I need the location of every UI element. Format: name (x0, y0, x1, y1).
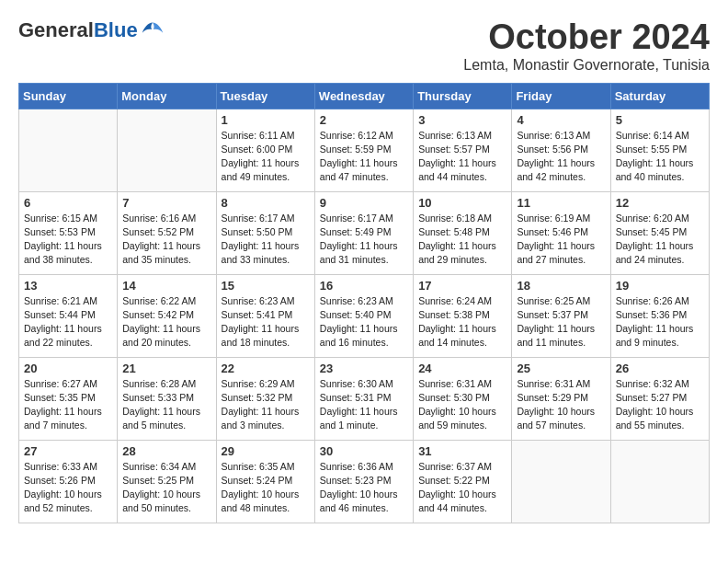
calendar-day-cell (19, 109, 118, 191)
cell-info: Sunrise: 6:19 AMSunset: 5:46 PMDaylight:… (517, 212, 605, 268)
weekday-header-cell: Friday (512, 83, 610, 109)
day-number: 21 (122, 362, 210, 375)
weekday-header-cell: Sunday (19, 83, 118, 109)
calendar-day-cell: 13Sunrise: 6:21 AMSunset: 5:44 PMDayligh… (19, 274, 118, 357)
calendar-day-cell: 12Sunrise: 6:20 AMSunset: 5:45 PMDayligh… (610, 191, 709, 274)
calendar-day-cell: 29Sunrise: 6:35 AMSunset: 5:24 PMDayligh… (216, 440, 314, 523)
cell-info: Sunrise: 6:18 AMSunset: 5:48 PMDaylight:… (418, 212, 506, 268)
calendar-week-row: 1Sunrise: 6:11 AMSunset: 6:00 PMDaylight… (19, 109, 710, 191)
calendar-week-row: 27Sunrise: 6:33 AMSunset: 5:26 PMDayligh… (19, 440, 710, 523)
cell-info: Sunrise: 6:36 AMSunset: 5:23 PMDaylight:… (320, 460, 408, 516)
calendar-header-row: SundayMondayTuesdayWednesdayThursdayFrid… (19, 83, 710, 109)
day-number: 29 (222, 444, 310, 458)
cell-info: Sunrise: 6:13 AMSunset: 5:57 PMDaylight:… (418, 129, 506, 185)
cell-info: Sunrise: 6:11 AMSunset: 6:00 PMDaylight:… (222, 129, 310, 185)
day-number: 7 (122, 196, 210, 210)
calendar-day-cell: 6Sunrise: 6:15 AMSunset: 5:53 PMDaylight… (19, 191, 118, 274)
cell-info: Sunrise: 6:16 AMSunset: 5:52 PMDaylight:… (122, 212, 210, 268)
calendar-body: 1Sunrise: 6:11 AMSunset: 6:00 PMDaylight… (19, 109, 710, 523)
cell-info: Sunrise: 6:27 AMSunset: 5:35 PMDaylight:… (24, 377, 112, 433)
calendar-day-cell: 17Sunrise: 6:24 AMSunset: 5:38 PMDayligh… (414, 274, 512, 357)
cell-info: Sunrise: 6:15 AMSunset: 5:53 PMDaylight:… (24, 212, 112, 268)
cell-info: Sunrise: 6:31 AMSunset: 5:29 PMDaylight:… (517, 377, 605, 433)
weekday-header-cell: Thursday (414, 83, 512, 109)
calendar-day-cell: 20Sunrise: 6:27 AMSunset: 5:35 PMDayligh… (19, 357, 118, 440)
day-number: 6 (24, 196, 112, 210)
day-number: 20 (24, 362, 112, 375)
logo-bird-icon (140, 20, 165, 40)
cell-info: Sunrise: 6:12 AMSunset: 5:59 PMDaylight:… (320, 129, 408, 185)
logo-blue: Blue (94, 18, 138, 41)
page-header: GeneralBlue October 2024 Lemta, Monastir… (18, 18, 710, 74)
calendar-day-cell: 26Sunrise: 6:32 AMSunset: 5:27 PMDayligh… (610, 357, 709, 440)
calendar-week-row: 6Sunrise: 6:15 AMSunset: 5:53 PMDaylight… (19, 191, 710, 274)
month-title: October 2024 (463, 18, 710, 57)
cell-info: Sunrise: 6:23 AMSunset: 5:41 PMDaylight:… (222, 294, 310, 350)
cell-info: Sunrise: 6:37 AMSunset: 5:22 PMDaylight:… (418, 460, 506, 516)
day-number: 14 (122, 279, 210, 293)
calendar-table: SundayMondayTuesdayWednesdayThursdayFrid… (18, 83, 710, 523)
calendar-day-cell (512, 440, 610, 523)
cell-info: Sunrise: 6:14 AMSunset: 5:55 PMDaylight:… (616, 129, 704, 185)
day-number: 16 (320, 279, 408, 293)
calendar-day-cell: 21Sunrise: 6:28 AMSunset: 5:33 PMDayligh… (118, 357, 216, 440)
logo: GeneralBlue (18, 18, 165, 42)
logo-text: GeneralBlue (18, 18, 138, 42)
cell-info: Sunrise: 6:34 AMSunset: 5:25 PMDaylight:… (122, 460, 210, 516)
day-number: 5 (616, 113, 704, 127)
day-number: 11 (517, 196, 605, 210)
calendar-day-cell: 31Sunrise: 6:37 AMSunset: 5:22 PMDayligh… (414, 440, 512, 523)
day-number: 24 (418, 362, 506, 375)
day-number: 17 (418, 279, 506, 293)
cell-info: Sunrise: 6:17 AMSunset: 5:49 PMDaylight:… (320, 212, 408, 268)
cell-info: Sunrise: 6:20 AMSunset: 5:45 PMDaylight:… (616, 212, 704, 268)
location-title: Lemta, Monastir Governorate, Tunisia (463, 57, 710, 74)
calendar-day-cell: 28Sunrise: 6:34 AMSunset: 5:25 PMDayligh… (118, 440, 216, 523)
calendar-day-cell: 25Sunrise: 6:31 AMSunset: 5:29 PMDayligh… (512, 357, 610, 440)
day-number: 18 (517, 279, 605, 293)
calendar-day-cell: 11Sunrise: 6:19 AMSunset: 5:46 PMDayligh… (512, 191, 610, 274)
day-number: 25 (517, 362, 605, 375)
cell-info: Sunrise: 6:35 AMSunset: 5:24 PMDaylight:… (222, 460, 310, 516)
calendar-day-cell: 23Sunrise: 6:30 AMSunset: 5:31 PMDayligh… (314, 357, 413, 440)
calendar-day-cell: 19Sunrise: 6:26 AMSunset: 5:36 PMDayligh… (610, 274, 709, 357)
weekday-header-cell: Monday (118, 83, 216, 109)
day-number: 9 (320, 196, 408, 210)
calendar-week-row: 20Sunrise: 6:27 AMSunset: 5:35 PMDayligh… (19, 357, 710, 440)
day-number: 13 (24, 279, 112, 293)
calendar-day-cell: 14Sunrise: 6:22 AMSunset: 5:42 PMDayligh… (118, 274, 216, 357)
day-number: 3 (418, 113, 506, 127)
cell-info: Sunrise: 6:21 AMSunset: 5:44 PMDaylight:… (24, 294, 112, 350)
day-number: 31 (418, 444, 506, 458)
logo-general: General (18, 18, 94, 41)
calendar-day-cell: 7Sunrise: 6:16 AMSunset: 5:52 PMDaylight… (118, 191, 216, 274)
calendar-day-cell: 2Sunrise: 6:12 AMSunset: 5:59 PMDaylight… (314, 109, 413, 191)
calendar-day-cell: 22Sunrise: 6:29 AMSunset: 5:32 PMDayligh… (216, 357, 314, 440)
cell-info: Sunrise: 6:17 AMSunset: 5:50 PMDaylight:… (222, 212, 310, 268)
day-number: 22 (222, 362, 310, 375)
calendar-day-cell: 27Sunrise: 6:33 AMSunset: 5:26 PMDayligh… (19, 440, 118, 523)
calendar-day-cell (118, 109, 216, 191)
calendar-day-cell: 1Sunrise: 6:11 AMSunset: 6:00 PMDaylight… (216, 109, 314, 191)
day-number: 12 (616, 196, 704, 210)
weekday-header-cell: Tuesday (216, 83, 314, 109)
day-number: 4 (517, 113, 605, 127)
cell-info: Sunrise: 6:24 AMSunset: 5:38 PMDaylight:… (418, 294, 506, 350)
calendar-day-cell: 24Sunrise: 6:31 AMSunset: 5:30 PMDayligh… (414, 357, 512, 440)
day-number: 28 (122, 444, 210, 458)
cell-info: Sunrise: 6:30 AMSunset: 5:31 PMDaylight:… (320, 377, 408, 433)
day-number: 30 (320, 444, 408, 458)
day-number: 27 (24, 444, 112, 458)
calendar-day-cell (610, 440, 709, 523)
cell-info: Sunrise: 6:31 AMSunset: 5:30 PMDaylight:… (418, 377, 506, 433)
day-number: 15 (222, 279, 310, 293)
cell-info: Sunrise: 6:33 AMSunset: 5:26 PMDaylight:… (24, 460, 112, 516)
cell-info: Sunrise: 6:28 AMSunset: 5:33 PMDaylight:… (122, 377, 210, 433)
cell-info: Sunrise: 6:26 AMSunset: 5:36 PMDaylight:… (616, 294, 704, 350)
calendar-week-row: 13Sunrise: 6:21 AMSunset: 5:44 PMDayligh… (19, 274, 710, 357)
calendar-day-cell: 30Sunrise: 6:36 AMSunset: 5:23 PMDayligh… (314, 440, 413, 523)
calendar-day-cell: 8Sunrise: 6:17 AMSunset: 5:50 PMDaylight… (216, 191, 314, 274)
calendar-day-cell: 3Sunrise: 6:13 AMSunset: 5:57 PMDaylight… (414, 109, 512, 191)
calendar-day-cell: 15Sunrise: 6:23 AMSunset: 5:41 PMDayligh… (216, 274, 314, 357)
day-number: 10 (418, 196, 506, 210)
